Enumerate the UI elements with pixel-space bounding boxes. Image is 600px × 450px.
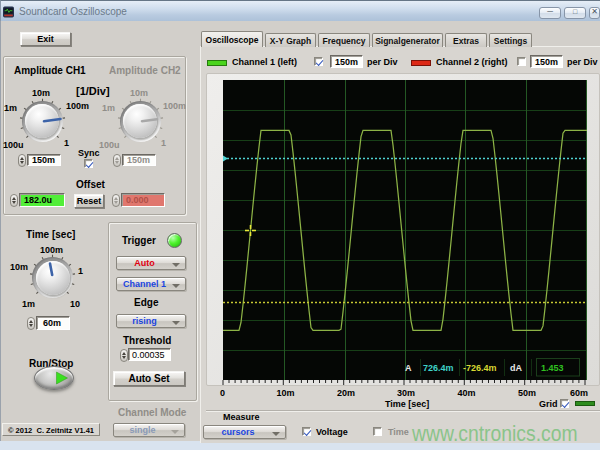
- svg-text:726.4m: 726.4m: [423, 363, 454, 373]
- svg-text:1.453: 1.453: [541, 363, 564, 373]
- svg-text:A: A: [405, 363, 412, 373]
- svg-text:-726.4m: -726.4m: [463, 363, 497, 373]
- svg-text:dA: dA: [510, 363, 522, 373]
